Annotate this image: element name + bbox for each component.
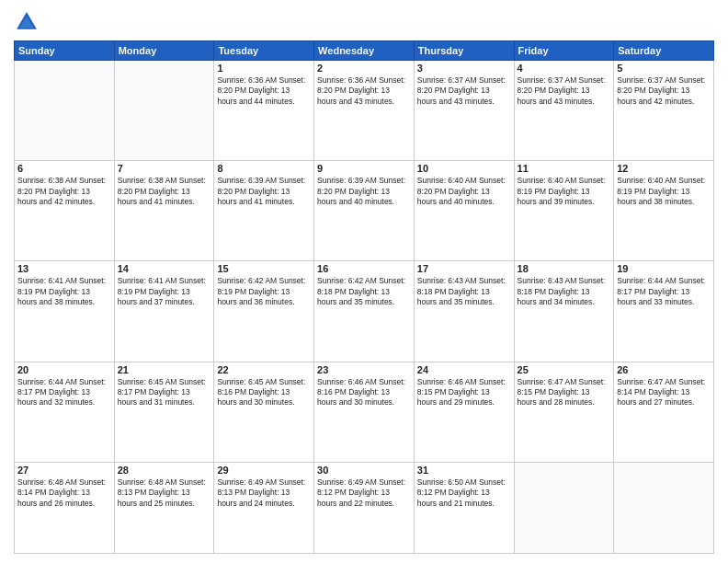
day-number: 27 <box>17 465 111 476</box>
day-cell-3: 3Sunrise: 6:37 AM Sunset: 8:20 PM Daylig… <box>414 61 514 161</box>
day-info: Sunrise: 6:38 AM Sunset: 8:20 PM Dayligh… <box>17 176 111 207</box>
day-info: Sunrise: 6:44 AM Sunset: 8:17 PM Dayligh… <box>17 377 111 408</box>
day-number: 1 <box>217 63 311 74</box>
day-info: Sunrise: 6:46 AM Sunset: 8:15 PM Dayligh… <box>417 377 511 408</box>
day-cell-23: 23Sunrise: 6:46 AM Sunset: 8:16 PM Dayli… <box>314 362 415 462</box>
day-cell-13: 13Sunrise: 6:41 AM Sunset: 8:19 PM Dayli… <box>15 261 115 362</box>
day-info: Sunrise: 6:40 AM Sunset: 8:19 PM Dayligh… <box>617 176 711 207</box>
day-info: Sunrise: 6:39 AM Sunset: 8:20 PM Dayligh… <box>317 176 411 207</box>
page: SundayMondayTuesdayWednesdayThursdayFrid… <box>0 0 728 563</box>
day-info: Sunrise: 6:36 AM Sunset: 8:20 PM Dayligh… <box>317 75 411 107</box>
day-cell-5: 5Sunrise: 6:37 AM Sunset: 8:20 PM Daylig… <box>614 61 714 161</box>
day-info: Sunrise: 6:47 AM Sunset: 8:14 PM Dayligh… <box>617 377 711 408</box>
weekday-header-sunday: Sunday <box>15 41 115 61</box>
day-cell-7: 7Sunrise: 6:38 AM Sunset: 8:20 PM Daylig… <box>114 161 214 261</box>
day-cell-10: 10Sunrise: 6:40 AM Sunset: 8:20 PM Dayli… <box>414 161 514 261</box>
day-cell-28: 28Sunrise: 6:48 AM Sunset: 8:13 PM Dayli… <box>114 462 214 553</box>
day-number: 3 <box>417 63 511 74</box>
header <box>14 9 714 35</box>
day-cell-22: 22Sunrise: 6:45 AM Sunset: 8:16 PM Dayli… <box>214 362 314 462</box>
week-row-1: 1Sunrise: 6:36 AM Sunset: 8:20 PM Daylig… <box>15 61 714 161</box>
weekday-header-tuesday: Tuesday <box>214 41 314 61</box>
day-number: 13 <box>17 263 111 274</box>
calendar-table: SundayMondayTuesdayWednesdayThursdayFrid… <box>14 40 714 554</box>
day-number: 10 <box>417 163 511 174</box>
day-info: Sunrise: 6:46 AM Sunset: 8:16 PM Dayligh… <box>317 377 411 408</box>
day-number: 25 <box>518 364 611 375</box>
day-info: Sunrise: 6:38 AM Sunset: 8:20 PM Dayligh… <box>118 176 211 207</box>
day-number: 23 <box>317 364 411 375</box>
day-number: 26 <box>617 364 711 375</box>
day-cell-21: 21Sunrise: 6:45 AM Sunset: 8:17 PM Dayli… <box>114 362 214 462</box>
weekday-header-wednesday: Wednesday <box>314 41 415 61</box>
day-number: 11 <box>518 163 611 174</box>
day-cell-14: 14Sunrise: 6:41 AM Sunset: 8:19 PM Dayli… <box>114 261 214 362</box>
weekday-header-row: SundayMondayTuesdayWednesdayThursdayFrid… <box>15 41 714 61</box>
day-info: Sunrise: 6:42 AM Sunset: 8:18 PM Dayligh… <box>317 276 411 307</box>
day-info: Sunrise: 6:50 AM Sunset: 8:12 PM Dayligh… <box>417 477 511 509</box>
day-number: 4 <box>518 63 611 74</box>
day-info: Sunrise: 6:42 AM Sunset: 8:19 PM Dayligh… <box>217 276 311 307</box>
day-info: Sunrise: 6:45 AM Sunset: 8:17 PM Dayligh… <box>118 377 211 408</box>
day-number: 7 <box>118 163 211 174</box>
day-number: 9 <box>317 163 411 174</box>
day-cell-18: 18Sunrise: 6:43 AM Sunset: 8:18 PM Dayli… <box>514 261 614 362</box>
day-number: 5 <box>617 63 711 74</box>
day-number: 16 <box>317 263 411 274</box>
weekday-header-friday: Friday <box>514 41 614 61</box>
day-number: 18 <box>518 263 611 274</box>
day-cell-empty <box>514 462 614 553</box>
day-cell-27: 27Sunrise: 6:48 AM Sunset: 8:14 PM Dayli… <box>15 462 115 553</box>
day-info: Sunrise: 6:36 AM Sunset: 8:20 PM Dayligh… <box>217 75 311 107</box>
day-cell-31: 31Sunrise: 6:50 AM Sunset: 8:12 PM Dayli… <box>414 462 514 553</box>
day-number: 6 <box>17 163 111 174</box>
day-info: Sunrise: 6:37 AM Sunset: 8:20 PM Dayligh… <box>617 75 711 107</box>
day-number: 19 <box>617 263 711 274</box>
day-number: 22 <box>217 364 311 375</box>
day-cell-17: 17Sunrise: 6:43 AM Sunset: 8:18 PM Dayli… <box>414 261 514 362</box>
day-info: Sunrise: 6:43 AM Sunset: 8:18 PM Dayligh… <box>518 276 611 307</box>
day-number: 12 <box>617 163 711 174</box>
day-info: Sunrise: 6:41 AM Sunset: 8:19 PM Dayligh… <box>118 276 211 307</box>
day-number: 30 <box>317 465 411 476</box>
day-number: 8 <box>217 163 311 174</box>
week-row-5: 27Sunrise: 6:48 AM Sunset: 8:14 PM Dayli… <box>15 462 714 553</box>
weekday-header-monday: Monday <box>114 41 214 61</box>
logo <box>14 9 43 35</box>
day-info: Sunrise: 6:45 AM Sunset: 8:16 PM Dayligh… <box>217 377 311 408</box>
day-info: Sunrise: 6:40 AM Sunset: 8:20 PM Dayligh… <box>417 176 511 207</box>
day-number: 28 <box>118 465 211 476</box>
day-cell-26: 26Sunrise: 6:47 AM Sunset: 8:14 PM Dayli… <box>614 362 714 462</box>
day-cell-empty <box>114 61 214 161</box>
day-number: 24 <box>417 364 511 375</box>
day-number: 31 <box>417 465 511 476</box>
day-cell-8: 8Sunrise: 6:39 AM Sunset: 8:20 PM Daylig… <box>214 161 314 261</box>
day-cell-29: 29Sunrise: 6:49 AM Sunset: 8:13 PM Dayli… <box>214 462 314 553</box>
week-row-3: 13Sunrise: 6:41 AM Sunset: 8:19 PM Dayli… <box>15 261 714 362</box>
day-info: Sunrise: 6:47 AM Sunset: 8:15 PM Dayligh… <box>518 377 611 408</box>
day-info: Sunrise: 6:48 AM Sunset: 8:13 PM Dayligh… <box>118 477 211 509</box>
day-cell-15: 15Sunrise: 6:42 AM Sunset: 8:19 PM Dayli… <box>214 261 314 362</box>
day-number: 20 <box>17 364 111 375</box>
day-number: 17 <box>417 263 511 274</box>
day-cell-empty <box>15 61 115 161</box>
logo-icon <box>14 9 40 35</box>
day-cell-30: 30Sunrise: 6:49 AM Sunset: 8:12 PM Dayli… <box>314 462 415 553</box>
day-info: Sunrise: 6:37 AM Sunset: 8:20 PM Dayligh… <box>417 75 511 107</box>
weekday-header-thursday: Thursday <box>414 41 514 61</box>
week-row-4: 20Sunrise: 6:44 AM Sunset: 8:17 PM Dayli… <box>15 362 714 462</box>
day-cell-1: 1Sunrise: 6:36 AM Sunset: 8:20 PM Daylig… <box>214 61 314 161</box>
day-cell-6: 6Sunrise: 6:38 AM Sunset: 8:20 PM Daylig… <box>15 161 115 261</box>
day-info: Sunrise: 6:43 AM Sunset: 8:18 PM Dayligh… <box>417 276 511 307</box>
day-cell-4: 4Sunrise: 6:37 AM Sunset: 8:20 PM Daylig… <box>514 61 614 161</box>
day-cell-20: 20Sunrise: 6:44 AM Sunset: 8:17 PM Dayli… <box>15 362 115 462</box>
day-info: Sunrise: 6:44 AM Sunset: 8:17 PM Dayligh… <box>617 276 711 307</box>
day-cell-11: 11Sunrise: 6:40 AM Sunset: 8:19 PM Dayli… <box>514 161 614 261</box>
day-cell-12: 12Sunrise: 6:40 AM Sunset: 8:19 PM Dayli… <box>614 161 714 261</box>
day-info: Sunrise: 6:41 AM Sunset: 8:19 PM Dayligh… <box>17 276 111 307</box>
day-info: Sunrise: 6:49 AM Sunset: 8:13 PM Dayligh… <box>217 477 311 509</box>
day-info: Sunrise: 6:48 AM Sunset: 8:14 PM Dayligh… <box>17 477 111 509</box>
day-cell-2: 2Sunrise: 6:36 AM Sunset: 8:20 PM Daylig… <box>314 61 415 161</box>
day-number: 29 <box>217 465 311 476</box>
day-cell-19: 19Sunrise: 6:44 AM Sunset: 8:17 PM Dayli… <box>614 261 714 362</box>
